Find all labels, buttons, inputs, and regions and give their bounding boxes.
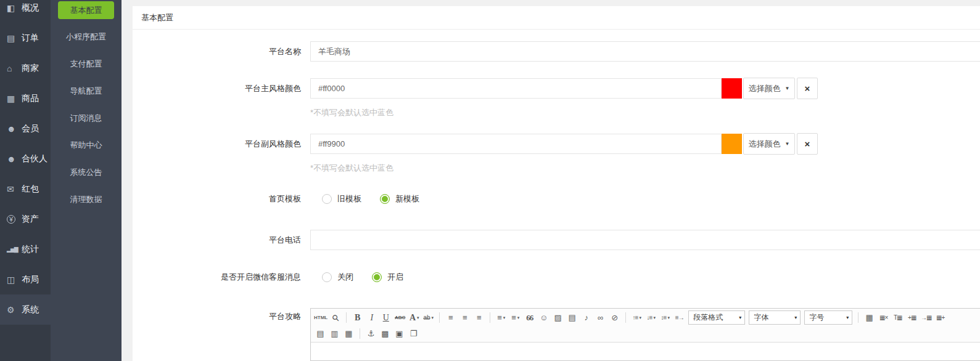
submenu-item-system-notice[interactable]: 系统公告	[51, 159, 121, 186]
delete-table-icon[interactable]: ▦×	[876, 310, 891, 325]
rich-text-editor: HTML⚲BIUABCA▾ab▾≡≡≡≡▾≡▾66☺▨▤♪∞⊘↑≡▾↓≡▾↕≡▾…	[310, 308, 980, 361]
music-icon[interactable]: ♪	[579, 310, 593, 325]
insert-row-below-icon[interactable]: →▦	[919, 310, 933, 325]
submenu-item-basic-config[interactable]: 基本配置	[58, 1, 114, 19]
app-window: ◧概况▤订单⌂商家▦商品☻会员☻合伙人✉红包¥资产▂▅▇统计◫布局⚙系统 基本配…	[0, 0, 980, 361]
source-code-icon[interactable]: HTML	[313, 310, 328, 325]
image-icon[interactable]: ▨	[551, 310, 565, 325]
page-title: 基本配置	[133, 6, 980, 30]
submenu-item-miniprogram-config[interactable]: 小程序配置	[51, 23, 121, 51]
primary-color-clear-button[interactable]: ×	[797, 78, 818, 99]
platform-phone-label: 平台电话	[133, 230, 301, 250]
unlink-icon[interactable]: ⊘	[607, 310, 622, 325]
emoticons-icon[interactable]: ☺	[537, 310, 551, 325]
caret-down-icon: ▾	[639, 315, 641, 320]
line-height-decrease-icon[interactable]: ↓≡▾	[644, 310, 658, 325]
align-center-icon[interactable]: ≡	[458, 310, 472, 325]
sidebar-item-partners[interactable]: ☻合伙人	[0, 144, 51, 174]
insert-row-above-glyph: +▦	[908, 314, 916, 321]
assets-icon: ¥	[7, 215, 15, 224]
secondary-color-input[interactable]	[310, 134, 722, 154]
toolbar-separator	[858, 312, 859, 323]
secondary-color-clear-button[interactable]: ×	[797, 133, 818, 155]
image-glyph: ▨	[554, 313, 562, 322]
merge-cells-glyph: ▦	[345, 329, 352, 338]
editor-content[interactable]	[311, 343, 980, 360]
sidebar-item-statistics[interactable]: ▂▅▇统计	[0, 234, 51, 264]
paste-icon[interactable]: ❐	[406, 327, 421, 341]
sidebar-item-label: 系统	[22, 304, 39, 315]
anchor-icon[interactable]: ⚓	[364, 327, 378, 341]
toolbar-separator	[360, 328, 360, 339]
sidebar-item-assets[interactable]: ¥资产	[0, 204, 51, 234]
caret-down-icon: ▾	[517, 315, 520, 320]
wechat-service-label: 是否开启微信客服消息	[133, 272, 301, 283]
strikethrough-icon[interactable]: ABC	[393, 310, 407, 325]
radio-option-open[interactable]: 开启	[372, 272, 403, 283]
sidebar-item-layout[interactable]: ◫布局	[0, 264, 51, 294]
toolbar-separator	[625, 312, 626, 323]
platform-name-label: 平台名称	[133, 41, 301, 62]
submenu-item-nav-config[interactable]: 导航配置	[51, 78, 121, 105]
preview-icon[interactable]: ⚲	[328, 310, 342, 325]
insert-table-icon[interactable]: ▦	[862, 310, 876, 325]
sidebar-item-label: 订单	[22, 33, 39, 44]
primary-color-picker-button[interactable]: 选择颜色 ▼	[743, 78, 795, 99]
radio-option-close[interactable]: 关闭	[322, 272, 353, 283]
delete-row-icon[interactable]: ▤	[313, 327, 327, 341]
paragraph-format-select-value: 段落格式	[693, 312, 723, 323]
line-height-increase-icon[interactable]: ↑≡▾	[630, 310, 644, 325]
video-icon[interactable]: ▤	[565, 310, 579, 325]
caret-down-icon: ▼	[785, 141, 790, 147]
platform-name-input[interactable]	[310, 41, 980, 62]
anchor-glyph: ⚓	[368, 329, 375, 338]
font-color-icon[interactable]: A▾	[407, 310, 421, 325]
sidebar-item-system[interactable]: ⚙系统	[0, 294, 51, 325]
submenu-item-help-center[interactable]: 帮助中心	[51, 132, 121, 159]
sidebar-item-goods[interactable]: ▦商品	[0, 83, 51, 113]
delete-column-icon[interactable]: ▥	[327, 327, 342, 341]
blockquote-icon[interactable]: 66	[522, 310, 537, 325]
align-left-icon[interactable]: ≡	[443, 310, 458, 325]
italic-icon[interactable]: I	[364, 310, 379, 325]
merge-cells-icon[interactable]: ▦	[342, 327, 356, 341]
caret-down-icon: ▾	[739, 315, 741, 320]
underline-icon[interactable]: U	[379, 310, 393, 325]
sidebar-item-red-packet[interactable]: ✉红包	[0, 174, 51, 204]
bar-chart-icon: ▂▅▇	[7, 246, 22, 253]
insert-row-above-icon[interactable]: +▦	[905, 310, 919, 325]
basic-config-form: 平台名称 平台主风格颜色 选择颜色 ▼ × *不填写会默认选中蓝色 平台副风格颜…	[133, 30, 980, 361]
primary-color-input[interactable]	[310, 78, 722, 99]
align-right-icon[interactable]: ≡	[472, 310, 486, 325]
table-cell-properties-icon[interactable]: T▦	[891, 310, 905, 325]
secondary-color-picker-button[interactable]: 选择颜色 ▼	[743, 133, 795, 155]
sidebar-item-members[interactable]: ☻会员	[0, 113, 51, 144]
indent-glyph: ≡→	[675, 314, 684, 321]
submenu-item-subscribe-message[interactable]: 订阅消息	[51, 105, 121, 132]
insert-column-icon[interactable]: ▦+	[933, 310, 947, 325]
link-icon[interactable]: ∞	[593, 310, 607, 325]
unordered-list-icon[interactable]: ≡▾	[508, 310, 522, 325]
paragraph-format-select[interactable]: 段落格式▾	[688, 310, 745, 325]
platform-phone-input[interactable]	[310, 230, 980, 250]
radio-option-old-template[interactable]: 旧模板	[322, 193, 361, 205]
indent-icon[interactable]: ≡→	[672, 310, 686, 325]
ordered-list-icon[interactable]: ≡▾	[494, 310, 508, 325]
submenu-item-payment-config[interactable]: 支付配置	[51, 51, 121, 78]
font-size-select[interactable]: 字号▾	[804, 310, 852, 325]
gear-icon: ⚙	[7, 305, 22, 315]
font-family-select[interactable]: 字体▾	[749, 310, 801, 325]
print-icon[interactable]: ▣	[392, 327, 406, 341]
home-template-label: 首页模板	[133, 193, 301, 205]
radio-option-new-template[interactable]: 新模板	[380, 193, 419, 205]
baidu-map-icon[interactable]: ▩	[378, 327, 392, 341]
highlight-color-icon[interactable]: ab▾	[421, 310, 435, 325]
sidebar-item-overview[interactable]: ◧概况	[0, 0, 51, 23]
line-spacing-icon[interactable]: ↕≡▾	[658, 310, 672, 325]
bold-icon[interactable]: B	[350, 310, 364, 325]
sidebar-item-orders[interactable]: ▤订单	[0, 23, 51, 53]
secondary-color-swatch	[722, 134, 742, 154]
sidebar-item-merchants[interactable]: ⌂商家	[0, 53, 51, 83]
submenu-item-clean-data[interactable]: 清理数据	[51, 186, 121, 213]
sidebar-item-label: 概况	[22, 2, 39, 14]
